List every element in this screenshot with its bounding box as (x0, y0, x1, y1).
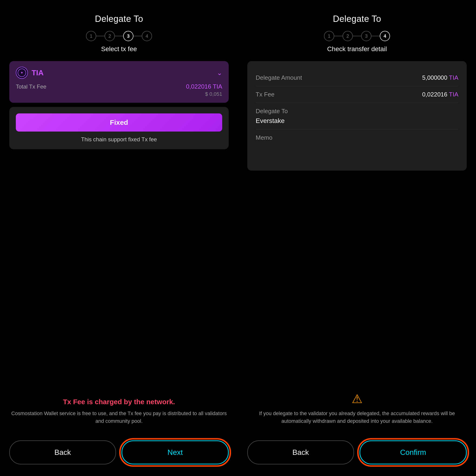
right-subtitle: Check transfer detail (327, 45, 387, 53)
fee-note: This chain support fixed Tx fee (81, 136, 157, 143)
right-step-4: 4 (380, 31, 390, 41)
memo-value (256, 144, 458, 158)
fee-amount-number: 0,022016 (186, 83, 211, 90)
token-left: ✦ TIA (16, 67, 44, 79)
left-title: Delegate To (95, 14, 143, 24)
token-icon-wrap: ✦ (16, 67, 28, 79)
delegate-amount-label: Delegate Amount (256, 74, 302, 81)
right-panel: Delegate To 1 2 3 4 Check transfer detai… (238, 0, 476, 476)
tx-fee-label: Tx Fee (256, 91, 274, 98)
memo-label: Memo (256, 134, 458, 141)
step-line-3 (133, 36, 142, 36)
fee-values: 0,022016 TIA $ 0,051 (186, 83, 222, 97)
delegate-amount-number: 5,000000 (422, 74, 447, 81)
fee-row: Total Tx Fee 0,022016 TIA $ 0,051 (16, 83, 222, 97)
warning-text: Cosmostation Wallet service is free to u… (9, 409, 229, 425)
delegate-to-value: Everstake (256, 117, 458, 125)
left-back-button[interactable]: Back (9, 441, 116, 464)
delegate-amount-row: Delegate Amount 5,000000 TIA (256, 69, 458, 86)
right-step-1: 1 (324, 31, 334, 41)
right-step-line-2 (353, 36, 361, 36)
left-bottom-buttons: Back Next (9, 441, 229, 464)
left-panel: Delegate To 1 2 3 4 Select tx fee ✦ TIA … (0, 0, 238, 476)
fee-amount-usd: $ 0,051 (186, 91, 222, 97)
step-1: 1 (86, 31, 96, 41)
warning-title-red: Tx Fee is charged by the network. (9, 398, 229, 406)
right-step-line-3 (371, 36, 380, 36)
delegate-to-label: Delegate To (256, 108, 458, 115)
fee-token-card[interactable]: ✦ TIA ⌄ Total Tx Fee 0,022016 TIA $ 0,05… (9, 61, 229, 103)
chevron-down-icon: ⌄ (217, 69, 222, 77)
left-steps: 1 2 3 4 (86, 31, 152, 41)
tx-fee-number: 0,022016 (422, 91, 447, 98)
svg-text:✦: ✦ (20, 71, 23, 75)
detail-card: Delegate Amount 5,000000 TIA Tx Fee 0,02… (247, 61, 467, 170)
memo-section: Memo (256, 129, 458, 162)
tx-fee-value: 0,022016 TIA (422, 91, 458, 98)
left-warning: Tx Fee is charged by the network. Cosmos… (9, 398, 229, 425)
right-warning-text: If you delegate to the validator you alr… (247, 409, 467, 425)
left-subtitle: Select tx fee (101, 45, 137, 53)
delegate-amount-currency: TIA (449, 74, 458, 81)
step-3: 3 (123, 31, 133, 41)
fee-currency: TIA (213, 83, 222, 90)
right-step-2: 2 (343, 31, 353, 41)
tia-icon: ✦ (17, 68, 26, 77)
right-steps: 1 2 3 4 (324, 31, 390, 41)
right-step-line-1 (334, 36, 343, 36)
right-step-3: 3 (361, 31, 371, 41)
fixed-button[interactable]: Fixed (16, 113, 222, 132)
right-back-button[interactable]: Back (247, 441, 354, 464)
right-title: Delegate To (333, 14, 381, 24)
tx-fee-row: Tx Fee 0,022016 TIA (256, 86, 458, 103)
fee-amount-tia: 0,022016 TIA (186, 83, 222, 90)
step-2: 2 (105, 31, 115, 41)
warning-triangle-icon: ⚠ (352, 392, 363, 406)
token-symbol: TIA (32, 68, 44, 77)
fee-type-card: Fixed This chain support fixed Tx fee (9, 107, 229, 149)
step-4: 4 (142, 31, 152, 41)
delegate-amount-value: 5,000000 TIA (422, 74, 458, 81)
fee-label: Total Tx Fee (16, 84, 47, 90)
tx-fee-currency: TIA (449, 91, 458, 98)
step-line-2 (115, 36, 123, 36)
right-warning: ⚠ If you delegate to the validator you a… (247, 392, 467, 425)
right-bottom-buttons: Back Confirm (247, 441, 467, 464)
right-confirm-button[interactable]: Confirm (359, 441, 467, 464)
step-line-1 (96, 36, 105, 36)
left-next-button[interactable]: Next (121, 441, 229, 464)
fee-token-row: ✦ TIA ⌄ (16, 67, 222, 79)
delegate-to-section: Delegate To Everstake (256, 103, 458, 129)
